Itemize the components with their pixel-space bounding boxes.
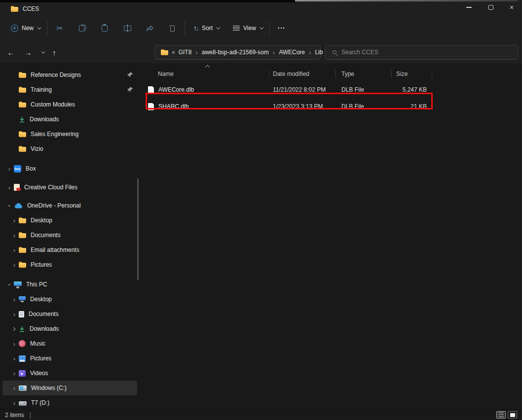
maximize-button[interactable] [483,0,499,15]
up-button[interactable]: ↑ [47,45,61,60]
pin-icon [127,87,133,93]
command-bar: New ✂ ↑↓ Sort View [0,15,522,41]
view-button[interactable]: View [229,19,266,37]
breadcrumb-separator: › [308,49,311,56]
address-bar[interactable]: « GIT8 › awe8-bsp-adi-21569-som › AWECor… [154,45,321,60]
status-bar: 2 items | [0,409,522,420]
windows-drive-icon [19,385,27,391]
sidebar-item-windows-c[interactable]: › Windows (C:) [2,381,137,395]
column-divider[interactable] [336,70,336,78]
column-divider[interactable] [432,70,432,78]
sidebar-item-onedrive-desktop[interactable]: › Desktop [2,213,137,228]
chevron-right-icon[interactable]: › [11,217,18,224]
breadcrumb-item[interactable]: awe8-bsp-adi-21569-som [202,49,269,56]
sidebar-item-box[interactable]: › box Box [2,161,137,176]
new-label: New [22,25,34,32]
column-header-name[interactable]: Name [142,70,269,77]
download-icon [19,326,25,332]
tab-strip [0,0,295,2]
sidebar-item-desktop[interactable]: › Desktop [2,292,137,307]
rename-button[interactable] [118,19,136,37]
sidebar-item-vizio[interactable]: Vizio [2,141,137,156]
breadcrumb-item[interactable]: Lib [315,49,323,56]
document-icon [19,311,24,317]
copy-button[interactable] [74,19,91,37]
folder-icon [161,49,168,55]
breadcrumb-item[interactable]: AWECore [279,49,305,56]
chevron-right-icon[interactable]: › [11,311,18,317]
breadcrumb-separator: › [272,49,275,56]
column-divider[interactable] [269,70,269,78]
details-view-button[interactable] [496,411,506,419]
sidebar-item-onedrive-personal[interactable]: › OneDrive - Personal [2,198,137,213]
chevron-down-icon[interactable]: › [6,281,13,288]
new-button[interactable]: New [6,19,45,37]
sidebar-item-downloads[interactable]: Downloads [2,112,137,127]
sidebar-item-creative-cloud-files[interactable]: › Creative Cloud Files [2,180,137,195]
sidebar-item-onedrive-pictures[interactable]: › Pictures [2,257,137,272]
sidebar-item-sales-engineering[interactable]: Sales Engineering [2,127,137,141]
toolbar-divider [47,21,48,35]
explorer-tab[interactable]: CCES [5,2,39,15]
column-divider[interactable] [391,70,392,78]
sidebar-item-this-pc[interactable]: › This PC [2,277,137,292]
breadcrumb-overflow[interactable]: « [172,49,175,56]
chevron-right-icon[interactable]: › [11,370,18,377]
sidebar-item-reference-designs[interactable]: Reference Designs [2,68,137,82]
sidebar-item-videos[interactable]: › ▶ Videos [2,366,137,381]
sidebar-item-pictures[interactable]: › Pictures [2,351,137,366]
folder-icon [19,87,26,93]
share-button[interactable] [141,19,158,37]
chevron-right-icon[interactable]: › [11,400,18,406]
close-button[interactable]: × [503,0,520,15]
minimize-button[interactable] [460,0,477,15]
column-header-date-modified[interactable]: Date modified [269,70,336,77]
sidebar-scrollbar[interactable] [137,178,139,280]
maximize-icon [488,5,493,10]
sidebar-item-onedrive-documents[interactable]: › Documents [2,228,137,243]
sidebar-item-custom-modules[interactable]: Custom Modules [2,97,137,112]
sidebar-item-documents[interactable]: › Documents [2,307,137,321]
column-header-size[interactable]: Size [391,70,432,77]
folder-icon [11,6,18,12]
more-button[interactable]: ••• [273,19,290,37]
paste-button[interactable] [96,19,113,37]
search-box[interactable] [325,45,518,60]
creative-cloud-icon [14,184,20,191]
status-divider: | [30,412,31,419]
chevron-down-icon[interactable]: › [6,202,13,209]
sidebar-item-email-attachments[interactable]: › Email attachments [2,243,137,257]
delete-button[interactable] [163,19,181,37]
this-pc-icon [14,281,22,288]
chevron-right-icon[interactable]: › [6,166,13,172]
sidebar-item-music[interactable]: › ♪ Music [2,336,137,351]
music-icon: ♪ [19,340,26,347]
folder-icon [19,131,26,137]
search-input[interactable] [341,49,513,56]
back-button[interactable]: ← [4,45,18,60]
column-header-type[interactable]: Type [336,70,391,77]
toolbar-divider [269,21,270,35]
chevron-right-icon[interactable]: › [11,247,18,253]
breadcrumb-item[interactable]: GIT8 [179,49,192,56]
chevron-right-icon[interactable]: › [11,296,18,303]
sort-ascending-caret-icon [205,65,210,70]
sort-button[interactable]: ↑↓ Sort [189,19,223,37]
forward-button[interactable]: → [21,45,35,60]
thumbnails-view-button[interactable] [508,411,517,419]
chevron-right-icon[interactable]: › [11,355,18,362]
folder-icon [19,247,26,253]
sidebar-item-downloads-pc[interactable]: Downloads [2,321,137,336]
file-list-pane: Name Date modified Type Size AWECore.dlb… [142,65,522,409]
sidebar-item-training[interactable]: Training [2,82,137,97]
chevron-right-icon[interactable]: › [11,341,18,347]
chevron-right-icon[interactable]: › [6,184,13,191]
sidebar-item-t7-d[interactable]: › T7 (D:) [2,395,137,409]
chevron-down-icon [37,25,41,29]
chevron-right-icon[interactable] [11,326,18,332]
chevron-right-icon[interactable]: › [11,385,18,391]
chevron-right-icon[interactable]: › [11,262,18,268]
chevron-right-icon[interactable]: › [11,232,18,239]
cut-button[interactable]: ✂ [51,19,69,37]
window-chrome: CCES × New ✂ ↑↓ Sort [0,0,522,64]
